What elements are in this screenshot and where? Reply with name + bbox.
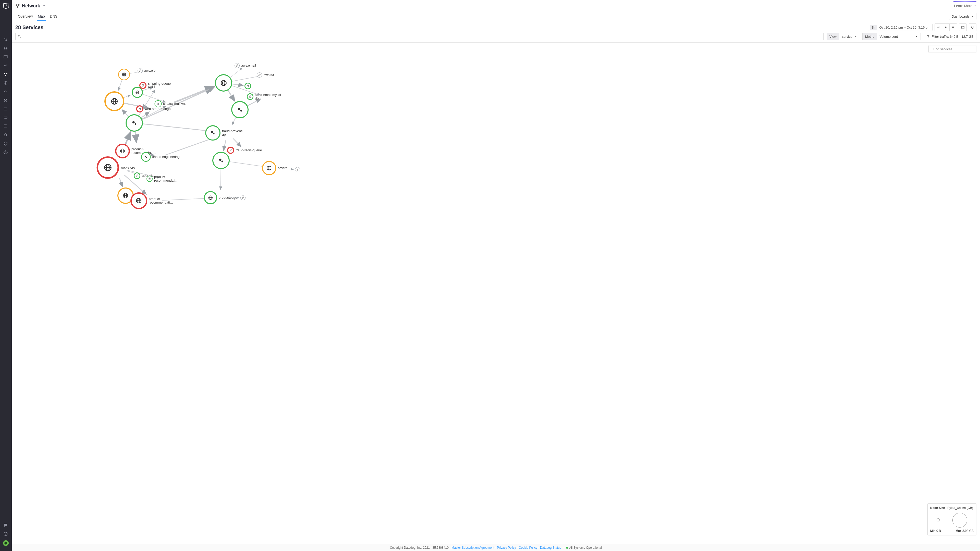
service-node[interactable] — [215, 74, 232, 92]
service-node[interactable] — [126, 114, 143, 132]
service-node[interactable]: sinatra-multivac — [154, 100, 186, 107]
logs-icon[interactable] — [3, 106, 8, 112]
network-nav-icon[interactable] — [3, 72, 8, 77]
metric-selector: Metric Volume sent — [862, 33, 921, 40]
svg-point-95 — [139, 108, 141, 109]
node-label: aws.s3 — [264, 73, 274, 77]
service-node[interactable] — [104, 91, 124, 111]
node-size-legend: Node Size | Bytes_written (GB) Min 0 B M… — [928, 503, 977, 535]
shield-icon[interactable] — [3, 141, 8, 146]
service-node[interactable]: aws.email — [234, 63, 256, 68]
globe-icon — [215, 74, 232, 92]
node-label: productpage — [219, 196, 237, 200]
link-icon[interactable] — [3, 115, 8, 121]
graph-edges — [12, 43, 980, 544]
graph-area[interactable]: aws.elbshipping-queue-redisweb-store-mon… — [12, 42, 980, 544]
puzzle-icon[interactable] — [3, 98, 8, 103]
target-icon[interactable] — [3, 81, 8, 86]
svg-point-105 — [249, 96, 251, 97]
chat-icon[interactable] — [3, 523, 8, 528]
footer-link[interactable]: Cookie Policy — [519, 546, 538, 549]
svg-marker-47 — [927, 35, 929, 38]
node-label: aws.email — [241, 64, 256, 67]
filter-traffic-button[interactable]: Filter traffic: 649 B - 12.7 GB — [924, 33, 977, 40]
svg-point-43 — [18, 35, 20, 37]
svg-line-19 — [4, 135, 5, 135]
service-node[interactable]: send-email-mysql-db — [247, 93, 283, 100]
time-back-button[interactable] — [935, 24, 942, 31]
svg-line-63 — [228, 90, 234, 101]
service-node[interactable]: fraud-preventi… api — [205, 125, 250, 141]
service-node[interactable] — [118, 68, 130, 80]
service-node[interactable]: orders — [262, 161, 287, 175]
time-nav-group — [935, 24, 957, 31]
footer-link[interactable]: Privacy Policy — [497, 546, 516, 549]
dashboard-icon[interactable] — [3, 55, 8, 60]
service-node[interactable]: chaos-engineering — [141, 152, 180, 162]
globe-icon — [104, 91, 124, 111]
service-node[interactable]: aws.elb — [138, 68, 156, 73]
service-node[interactable] — [212, 152, 230, 169]
view-dropdown[interactable]: service — [839, 33, 859, 40]
tab-dns[interactable]: DNS — [48, 12, 60, 21]
svg-line-44 — [20, 37, 21, 38]
gear-icon[interactable] — [3, 150, 8, 155]
metrics-icon[interactable] — [3, 63, 8, 68]
service-node[interactable] — [231, 101, 248, 118]
svg-point-110 — [219, 159, 221, 161]
svg-point-100 — [135, 123, 136, 125]
svg-marker-34 — [937, 27, 939, 28]
service-node[interactable] — [240, 195, 245, 200]
search-icon[interactable] — [3, 37, 8, 42]
timeframe-selector[interactable]: 1h Oct 20, 2:16 pm – Oct 20, 3:16 pm — [868, 24, 932, 31]
node-label: aws.elb — [144, 69, 156, 73]
calendar-button[interactable] — [959, 24, 967, 31]
service-node[interactable]: product-recommendati… — [146, 175, 182, 183]
find-services-input[interactable] — [932, 47, 976, 51]
service-node[interactable]: productpage — [204, 191, 237, 204]
service-node[interactable] — [295, 167, 300, 172]
service-node[interactable]: aws.s3 — [257, 73, 274, 78]
refresh-button[interactable] — [969, 24, 977, 31]
time-play-button[interactable] — [942, 24, 950, 31]
footer-link[interactable]: Master Subscription Agreement — [452, 546, 494, 549]
service-node[interactable]: product-recommendati… — [130, 192, 177, 209]
svg-point-109 — [213, 133, 215, 135]
bug-icon[interactable] — [3, 133, 8, 138]
svg-line-22 — [6, 135, 7, 136]
tab-overview[interactable]: Overview — [15, 12, 35, 21]
dashboards-button[interactable]: Dashboards — [949, 13, 977, 20]
time-forward-button[interactable] — [950, 24, 957, 31]
binoculars-icon[interactable] — [3, 46, 8, 51]
service-node[interactable]: shipping-queue-redis — [139, 82, 176, 89]
learn-more-button[interactable]: Learn More — [954, 4, 977, 8]
service-node[interactable]: fraud-redis-queue — [227, 147, 262, 154]
view-value: service — [842, 35, 853, 38]
avatar[interactable] — [3, 540, 9, 546]
svg-marker-35 — [939, 27, 939, 28]
service-node[interactable]: web-store — [97, 156, 135, 179]
find-services[interactable] — [928, 45, 977, 53]
book-icon[interactable] — [3, 124, 8, 129]
svg-point-94 — [142, 84, 144, 85]
filter-search[interactable] — [15, 33, 824, 40]
datadog-logo[interactable] — [0, 0, 12, 12]
svg-line-21 — [4, 135, 5, 136]
timeframe-range: Oct 20, 2:16 pm – Oct 20, 3:16 pm — [880, 25, 930, 29]
filter-search-input[interactable] — [21, 35, 821, 39]
service-node[interactable] — [245, 83, 251, 89]
cogs-icon — [126, 114, 143, 132]
footer-link[interactable]: Datadog Status → — [540, 546, 565, 549]
svg-point-26 — [4, 541, 7, 545]
gauge-icon[interactable] — [3, 89, 8, 94]
link-icon — [295, 167, 300, 172]
help-icon[interactable] — [3, 532, 8, 537]
chevron-down-icon[interactable] — [42, 4, 46, 8]
metric-dropdown[interactable]: Volume sent — [877, 33, 921, 40]
db-icon — [146, 176, 153, 182]
tab-map[interactable]: Map — [35, 12, 47, 21]
legend-subtitle: Bytes_written (GB) — [947, 506, 973, 510]
legend-min-circle — [937, 518, 940, 521]
svg-rect-4 — [6, 48, 7, 49]
svg-point-29 — [17, 6, 18, 8]
